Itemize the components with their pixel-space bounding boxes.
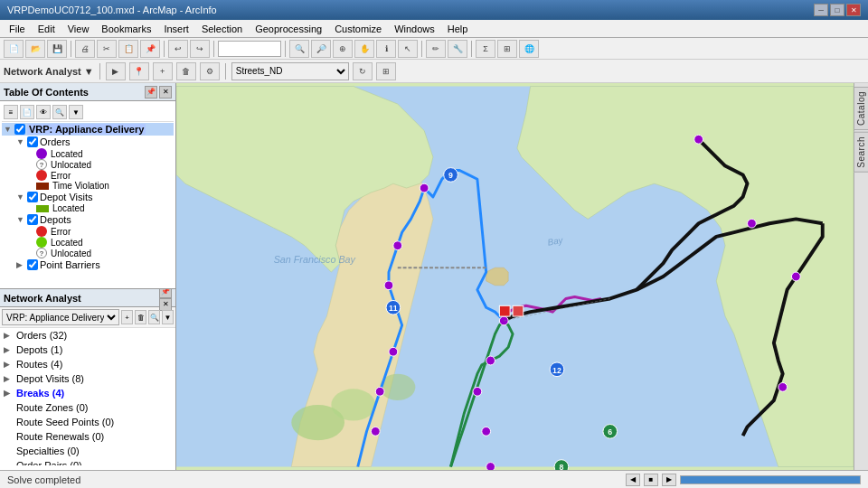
na-route-renewals-item[interactable]: Route Renewals (0) — [0, 429, 175, 444]
point-barriers-expand-icon[interactable]: ▶ — [16, 260, 25, 269]
nav-stop-button[interactable]: ■ — [644, 474, 658, 486]
toc-orders-row[interactable]: ▼ Orders — [14, 136, 174, 148]
na-order-pairs-item[interactable]: Order Pairs (0) — [0, 458, 175, 465]
na-route-seed-item[interactable]: Route Seed Points (0) — [0, 415, 175, 429]
zoom-out-button[interactable]: 🔎 — [311, 40, 331, 58]
toc-list-view[interactable]: ≡ — [4, 105, 18, 119]
na-order-pairs-label: Order Pairs (0) — [16, 460, 82, 465]
na-breaks-item[interactable]: ▶ Breaks (4) — [0, 386, 175, 400]
na-solve-button[interactable]: ▶ — [106, 62, 126, 80]
copy-button[interactable]: 📋 — [118, 40, 138, 58]
toc-point-barriers-row[interactable]: ▶ Point Barriers — [14, 258, 174, 271]
toc-orders-checkbox[interactable] — [27, 136, 38, 147]
na-toolbar-label[interactable]: Network Analyst ▼ — [4, 66, 94, 77]
search-tab[interactable]: Search — [854, 132, 868, 173]
na-depots-item[interactable]: ▶ Depots (1) — [0, 343, 175, 357]
menu-insert[interactable]: Insert — [158, 23, 194, 35]
toc-content: ≡ 📄 👁 🔍 ▼ ▼ VRP: Appliance Delivery — [0, 101, 175, 288]
depots-expand-icon[interactable]: ▼ — [16, 215, 25, 224]
undo-button[interactable]: ↩ — [168, 40, 188, 58]
na-panel-pin-button[interactable]: 📌 — [159, 289, 172, 298]
menu-geoprocessing[interactable]: Geoprocessing — [250, 23, 327, 35]
layout-button[interactable]: ⊞ — [497, 40, 517, 58]
print-button[interactable]: 🖨 — [75, 40, 95, 58]
menu-edit[interactable]: Edit — [33, 23, 61, 35]
status-message: Solve completed — [7, 474, 80, 485]
na-panel-delete[interactable]: 🗑 — [135, 310, 146, 324]
na-route-zones-item[interactable]: Route Zones (0) — [0, 400, 175, 415]
na-grid-button[interactable]: ⊞ — [376, 62, 396, 80]
toc-close-button[interactable]: ✕ — [159, 86, 172, 99]
toc-depot-visits-row[interactable]: ▼ Depot Visits — [14, 191, 174, 203]
na-panel-select[interactable]: VRP: Appliance Delivery — [2, 309, 119, 325]
toc-vrp-checkbox[interactable] — [14, 124, 25, 135]
na-specialties-item[interactable]: Specialties (0) — [0, 444, 175, 458]
menu-windows[interactable]: Windows — [389, 23, 440, 35]
toc-depots-located-label: Located — [51, 238, 83, 248]
maximize-button[interactable]: □ — [830, 4, 844, 16]
zoom-in-button[interactable]: 🔍 — [289, 40, 309, 58]
map-area[interactable]: 9 11 12 6 8 San Francisco Bay Bay — [176, 83, 854, 470]
na-delete-button[interactable]: 🗑 — [176, 62, 196, 80]
na-orders-item[interactable]: ▶ Orders (32) — [0, 328, 175, 343]
pan-button[interactable]: ✋ — [354, 40, 374, 58]
edit-button[interactable]: ✏ — [426, 40, 446, 58]
paste-button[interactable]: 📌 — [140, 40, 160, 58]
close-button[interactable]: ✕ — [846, 4, 861, 16]
toc-visibility-view[interactable]: 👁 — [36, 105, 51, 119]
na-directions-button[interactable]: 📍 — [129, 62, 149, 80]
na-panel-add[interactable]: + — [121, 310, 133, 324]
toc-depots-unlocated-label: Unlocated — [51, 249, 91, 258]
redo-button[interactable]: ↪ — [190, 40, 210, 58]
menu-help[interactable]: Help — [442, 23, 474, 35]
toc-point-barriers-group: ▶ Point Barriers — [14, 258, 174, 271]
menu-bookmarks[interactable]: Bookmarks — [96, 23, 156, 35]
orders-expand-icon[interactable]: ▼ — [16, 137, 25, 146]
toc-pin-button[interactable]: 📌 — [145, 86, 157, 99]
tools-button[interactable]: 🔧 — [448, 40, 467, 58]
open-button[interactable]: 📂 — [25, 40, 45, 58]
scale-input[interactable]: 1:202,006 — [218, 41, 281, 57]
na-settings-button[interactable]: ⚙ — [200, 62, 220, 80]
toc-source-view[interactable]: 📄 — [20, 105, 34, 119]
globe-button[interactable]: 🌐 — [519, 40, 539, 58]
toc-point-barriers-checkbox[interactable] — [27, 259, 38, 270]
zoom-full-button[interactable]: ⊕ — [333, 40, 353, 58]
toc-search-button[interactable]: 🔍 — [52, 105, 67, 119]
na-add-button[interactable]: + — [153, 62, 173, 80]
na-routes-item[interactable]: ▶ Routes (4) — [0, 357, 175, 371]
nav-next-button[interactable]: ▶ — [662, 474, 676, 486]
orders-expand: ▶ — [4, 331, 13, 340]
expand-icon[interactable]: ▼ — [4, 125, 13, 134]
toc-options-button[interactable]: ▼ — [69, 105, 83, 119]
na-toolbar: Network Analyst ▼ ▶ 📍 + 🗑 ⚙ Streets_ND ↻… — [0, 60, 868, 83]
menu-file[interactable]: File — [4, 23, 31, 35]
select-button[interactable]: ↖ — [398, 40, 418, 58]
toc-header: Table Of Contents 📌 ✕ — [0, 83, 175, 101]
streets-select[interactable]: Streets_ND — [231, 62, 349, 80]
cut-button[interactable]: ✂ — [97, 40, 117, 58]
catalog-tab[interactable]: Catalog — [854, 87, 868, 130]
toc-depots-row[interactable]: ▼ Depots — [14, 213, 174, 226]
symbol-button[interactable]: Σ — [476, 40, 495, 58]
menu-view[interactable]: View — [62, 23, 95, 35]
toc-depots-checkbox[interactable] — [27, 214, 38, 225]
depot-visits-expand-icon[interactable]: ▼ — [16, 192, 25, 202]
svg-rect-35 — [499, 305, 510, 316]
nav-prev-button[interactable]: ◀ — [626, 474, 640, 486]
identify-button[interactable]: ℹ — [376, 40, 396, 58]
na-panel-close-button[interactable]: ✕ — [159, 298, 172, 311]
depots-error-icon — [36, 226, 47, 237]
na-panel-options[interactable]: ▼ — [162, 310, 174, 324]
na-refresh-button[interactable]: ↻ — [353, 62, 373, 80]
minimize-button[interactable]: ─ — [814, 4, 828, 16]
toc-depot-visits-checkbox[interactable] — [27, 192, 38, 202]
na-depot-visits-label: Depot Visits (8) — [16, 373, 84, 384]
save-button[interactable]: 💾 — [47, 40, 67, 58]
menu-customize[interactable]: Customize — [329, 23, 387, 35]
na-depot-visits-item[interactable]: ▶ Depot Visits (8) — [0, 371, 175, 386]
na-panel-zoom[interactable]: 🔍 — [148, 310, 160, 324]
menu-selection[interactable]: Selection — [196, 23, 248, 35]
new-button[interactable]: 📄 — [4, 40, 24, 58]
toc-vrp-layer[interactable]: ▼ VRP: Appliance Delivery — [2, 123, 174, 136]
